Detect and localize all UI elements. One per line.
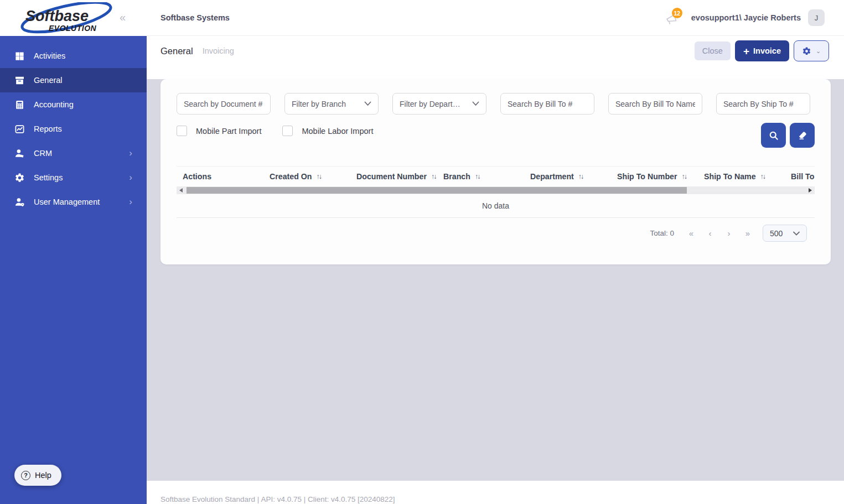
- question-circle-icon: ?: [21, 471, 30, 480]
- gear-icon: [14, 173, 25, 183]
- version-text: Softbase Evolution Standard | API: v4.0.…: [160, 495, 395, 503]
- first-page-button[interactable]: «: [682, 228, 701, 238]
- clear-filters-button[interactable]: [790, 123, 815, 148]
- help-button[interactable]: ? Help: [14, 465, 61, 486]
- checkbox-mobile-part-import[interactable]: Mobile Part Import: [177, 126, 261, 136]
- page-size-value: 500: [770, 229, 783, 238]
- brand-name: Softbase: [25, 8, 89, 25]
- chevron-down-icon: [364, 101, 371, 106]
- sidebar-item-label: General: [34, 76, 63, 85]
- scroll-left-icon[interactable]: [179, 188, 183, 193]
- sidebar-collapse-icon[interactable]: «: [120, 12, 126, 23]
- column-header-bill-to: Bill To: [785, 172, 815, 181]
- sort-icon[interactable]: ↑↓: [431, 173, 436, 180]
- column-header-created-on[interactable]: Created On↑↓: [263, 172, 350, 181]
- search-bill-to-number-input[interactable]: [508, 100, 587, 108]
- next-page-button[interactable]: ›: [719, 228, 738, 238]
- logo-area: Softbase EVOLUTION «: [0, 0, 147, 36]
- close-button[interactable]: Close: [695, 41, 731, 60]
- sidebar-item-activities[interactable]: Activities: [0, 44, 147, 68]
- scrollbar-thumb[interactable]: [187, 187, 687, 194]
- column-header-actions: Actions: [177, 172, 263, 181]
- subheader-actions: Close + Invoice ⌄: [695, 40, 829, 61]
- chevron-right-icon: ›: [129, 172, 132, 183]
- search-actions: [761, 123, 815, 148]
- sidebar-item-general[interactable]: General: [0, 68, 147, 92]
- previous-page-button[interactable]: ‹: [701, 228, 719, 238]
- empty-state: No data: [177, 194, 815, 218]
- sidebar-item-reports[interactable]: Reports: [0, 117, 147, 141]
- sidebar-item-accounting[interactable]: Accounting: [0, 92, 147, 117]
- search-bill-to-number-input[interactable]: [500, 93, 594, 115]
- avatar[interactable]: J: [808, 9, 825, 26]
- column-header-department[interactable]: Department↑↓: [524, 172, 611, 181]
- sort-icon[interactable]: ↑↓: [475, 173, 480, 180]
- results-table: ActionsCreated On↑↓Document Number↑↓Bran…: [177, 166, 815, 218]
- page-size-select[interactable]: 500: [763, 225, 807, 242]
- sidebar-item-label: User Management: [34, 198, 100, 206]
- checkbox-mobile-labor-import[interactable]: Mobile Labor Import: [282, 126, 373, 136]
- column-label: Bill To: [791, 172, 814, 181]
- sort-icon[interactable]: ↑↓: [578, 173, 583, 180]
- checkbox-box[interactable]: [177, 126, 187, 136]
- top-header: Softbase Systems 12 evosupport1\ Jaycie …: [147, 0, 844, 36]
- breadcrumb-secondary[interactable]: Invoicing: [203, 46, 234, 55]
- checkbox-box[interactable]: [282, 126, 293, 136]
- sidebar-item-crm[interactable]: CRM›: [0, 141, 147, 165]
- sort-icon[interactable]: ↑↓: [682, 173, 687, 180]
- column-header-branch[interactable]: Branch↑↓: [437, 172, 524, 181]
- filter-department-select[interactable]: Filter by Depart…: [392, 93, 486, 115]
- filter-branch-select[interactable]: Filter by Branch: [284, 93, 379, 115]
- brand-subname: EVOLUTION: [49, 24, 96, 33]
- sidebar-item-label: Reports: [34, 124, 62, 133]
- softbase-logo: Softbase EVOLUTION: [21, 3, 115, 34]
- breadcrumb: General Invoicing: [160, 46, 234, 56]
- search-ship-to-number-input[interactable]: [723, 100, 803, 108]
- help-label: Help: [35, 471, 51, 480]
- select-value: Filter by Branch: [292, 100, 346, 108]
- content-area: Filter by BranchFilter by Depart… Mobile…: [147, 79, 844, 481]
- grid-icon: [14, 51, 25, 61]
- search-bill-to-name-input[interactable]: [615, 100, 695, 108]
- sidebar-item-user-management[interactable]: User Management›: [0, 190, 147, 214]
- breadcrumb-active: General: [160, 46, 193, 56]
- table-header-row: ActionsCreated On↑↓Document Number↑↓Bran…: [177, 166, 815, 186]
- notifications-button[interactable]: 12: [665, 9, 684, 27]
- plus-icon: +: [743, 46, 749, 56]
- sort-icon[interactable]: ↑↓: [316, 173, 321, 180]
- last-page-button[interactable]: »: [738, 228, 757, 238]
- select-value: Filter by Depart…: [400, 100, 460, 108]
- column-label: Actions: [183, 172, 211, 181]
- search-ship-to-number-input[interactable]: [716, 93, 810, 115]
- total-count: Total: 0: [650, 229, 674, 237]
- column-header-ship-to-name[interactable]: Ship To Name↑↓: [698, 172, 785, 181]
- archive-icon: [14, 75, 25, 86]
- page-title: Softbase Systems: [160, 13, 230, 22]
- search-bill-to-name-input[interactable]: [608, 93, 702, 115]
- column-header-document-number[interactable]: Document Number↑↓: [350, 172, 437, 181]
- sub-header: General Invoicing Close + Invoice ⌄: [147, 36, 844, 66]
- sidebar-item-settings[interactable]: Settings›: [0, 165, 147, 190]
- chevron-down-icon: ⌄: [816, 48, 821, 55]
- search-button[interactable]: [761, 123, 786, 148]
- checkbox-label: Mobile Part Import: [196, 127, 261, 136]
- user-shield-icon: [14, 197, 25, 207]
- column-label: Document Number: [356, 172, 427, 181]
- search-document-number-input[interactable]: [177, 93, 271, 115]
- sort-icon[interactable]: ↑↓: [760, 173, 765, 180]
- pagination: Total: 0 «‹›» 500: [177, 225, 815, 242]
- search-document-number-input[interactable]: [184, 100, 263, 108]
- filters-row: Filter by BranchFilter by Depart…: [177, 93, 815, 115]
- search-icon: [768, 130, 779, 141]
- column-label: Department: [530, 172, 574, 181]
- new-invoice-button[interactable]: + Invoice: [735, 40, 789, 61]
- settings-dropdown-button[interactable]: ⌄: [794, 40, 829, 61]
- horizontal-scrollbar[interactable]: [177, 186, 815, 194]
- invoice-button-label: Invoice: [753, 46, 781, 55]
- chevron-right-icon: ›: [129, 148, 132, 159]
- sidebar: Softbase EVOLUTION « ActivitiesGeneralAc…: [0, 0, 147, 504]
- column-header-ship-to-number[interactable]: Ship To Number↑↓: [611, 172, 698, 181]
- checkbox-group: Mobile Part ImportMobile Labor Import: [177, 123, 373, 148]
- scroll-right-icon[interactable]: [809, 188, 812, 193]
- column-label: Created On: [270, 172, 312, 181]
